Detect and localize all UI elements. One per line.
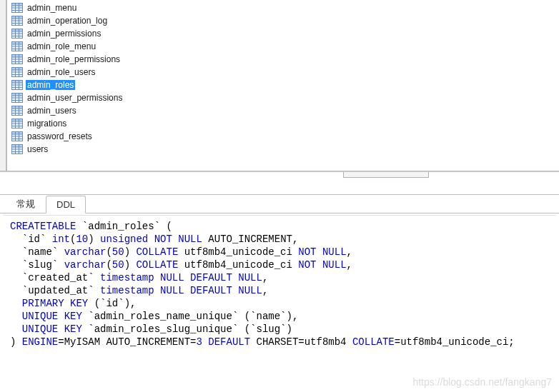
- tree-item-migrations[interactable]: migrations: [7, 117, 559, 130]
- tree-item-admin_operation_log[interactable]: admin_operation_log: [7, 14, 559, 27]
- ddl-line: `updated_at` timestamp NULL DEFAULT NULL…: [10, 284, 549, 297]
- tab-ddl[interactable]: DDL: [46, 196, 86, 213]
- splitter-area: [0, 171, 559, 194]
- tree-item-label: users: [26, 144, 49, 154]
- ddl-line: `name` varchar(50) COLLATE utf8mb4_unico…: [10, 246, 549, 258]
- split-handle[interactable]: [343, 172, 429, 178]
- tree-item-label: admin_user_permissions: [26, 93, 124, 103]
- ddl-line: CREATETABLE `admin_roles` (: [10, 220, 549, 233]
- tree-item-admin_role_users[interactable]: admin_role_users: [7, 66, 559, 79]
- svg-rect-67: [12, 145, 23, 148]
- tree-item-admin_menu[interactable]: admin_menu: [7, 1, 559, 14]
- tree-item-password_resets[interactable]: password_resets: [7, 130, 559, 143]
- svg-rect-37: [12, 81, 23, 84]
- table-icon: [11, 144, 23, 154]
- tree-item-admin_roles[interactable]: admin_roles: [7, 79, 559, 91]
- ddl-line: ) ENGINE=MyISAM AUTO_INCREMENT=3 DEFAULT…: [10, 336, 549, 348]
- svg-rect-49: [12, 106, 23, 109]
- tree-item-admin_role_permissions[interactable]: admin_role_permissions: [7, 53, 559, 66]
- svg-rect-61: [12, 132, 23, 135]
- tree-item-label: admin_operation_log: [26, 16, 109, 26]
- table-icon: [11, 119, 23, 129]
- table-icon: [11, 16, 23, 26]
- table-icon: [11, 41, 23, 51]
- tree-item-admin_permissions[interactable]: admin_permissions: [7, 27, 559, 40]
- ddl-line: `id` int(10) unsigned NOT NULL AUTO_INCR…: [10, 233, 549, 246]
- svg-rect-19: [12, 42, 23, 45]
- svg-rect-43: [12, 94, 23, 96]
- svg-rect-1: [12, 4, 23, 6]
- table-icon: [11, 93, 23, 103]
- svg-rect-7: [12, 16, 23, 19]
- tree-item-label: admin_menu: [26, 3, 78, 13]
- ddl-line: UNIQUE KEY `admin_roles_name_unique` (`n…: [10, 310, 549, 323]
- table-icon: [11, 67, 23, 77]
- tree-item-label: password_resets: [26, 131, 94, 141]
- table-icon: [11, 54, 23, 64]
- ddl-line: `slug` varchar(50) COLLATE utf8mb4_unico…: [10, 258, 549, 271]
- tree-item-label: admin_roles: [26, 80, 75, 90]
- ddl-line: PRIMARY KEY (`id`),: [10, 297, 549, 310]
- ddl-line: `created_at` timestamp NULL DEFAULT NULL…: [10, 271, 549, 284]
- tree-item-admin_users[interactable]: admin_users: [7, 104, 559, 117]
- tree-item-label: admin_role_users: [26, 67, 97, 77]
- svg-rect-25: [12, 55, 23, 58]
- tree-item-label: admin_role_menu: [26, 41, 97, 51]
- tree-item-label: admin_users: [26, 106, 78, 116]
- table-icon: [11, 3, 23, 13]
- tree-item-label: admin_role_permissions: [26, 54, 122, 64]
- detail-tabs: 常规DDL: [0, 195, 559, 213]
- tree-item-admin_user_permissions[interactable]: admin_user_permissions: [7, 91, 559, 104]
- left-gutter: [0, 0, 6, 171]
- tree-item-admin_role_menu[interactable]: admin_role_menu: [7, 40, 559, 53]
- svg-rect-55: [12, 119, 23, 122]
- svg-rect-13: [12, 29, 23, 32]
- tree-item-label: admin_permissions: [26, 29, 102, 39]
- table-icon: [11, 106, 23, 116]
- ddl-viewer[interactable]: CREATETABLE `admin_roles` ( `id` int(10)…: [3, 215, 556, 391]
- table-tree[interactable]: admin_menuadmin_operation_logadmin_permi…: [6, 0, 559, 171]
- tree-item-label: migrations: [26, 119, 68, 129]
- ddl-line: UNIQUE KEY `admin_roles_slug_unique` (`s…: [10, 323, 549, 336]
- svg-rect-31: [12, 68, 23, 71]
- table-icon: [11, 80, 23, 90]
- tab-general[interactable]: 常规: [6, 194, 46, 213]
- table-icon: [11, 29, 23, 39]
- table-icon: [11, 131, 23, 141]
- tree-item-users[interactable]: users: [7, 143, 559, 156]
